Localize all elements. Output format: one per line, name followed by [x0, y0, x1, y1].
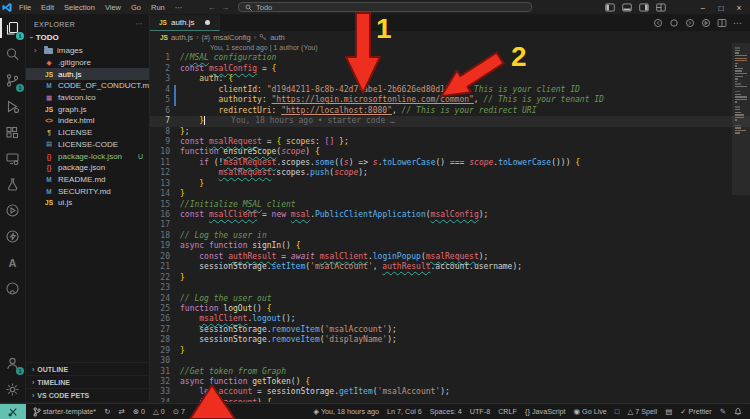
- code-line-8[interactable]: 8};: [150, 127, 750, 137]
- minimap[interactable]: [734, 46, 748, 135]
- activity-testing[interactable]: [0, 171, 25, 197]
- code-line-6[interactable]: 6 redirectUri: "http://localhost:8080", …: [150, 106, 750, 116]
- code-line-11[interactable]: 11 if (!msalRequest.scopes.some((s) => s…: [150, 158, 750, 168]
- restore-button[interactable]: □: [712, 3, 730, 13]
- code-line-29[interactable]: 29}: [150, 346, 750, 356]
- prev-change-icon[interactable]: [653, 18, 663, 28]
- menu-view[interactable]: View: [100, 3, 126, 12]
- tab-auth-js[interactable]: JS auth.js: [150, 15, 220, 31]
- code-line-3[interactable]: 3 auth: {: [150, 74, 750, 84]
- file-item-images[interactable]: ›images: [26, 45, 149, 57]
- file-item-package.json[interactable]: {}package.json: [26, 162, 149, 174]
- status-layers-icon[interactable]: ⇄: [118, 407, 124, 416]
- code-line-34[interactable]: 34 if (!account) {: [150, 398, 750, 402]
- status-box-icon[interactable]: □: [615, 407, 620, 416]
- menu-edit[interactable]: Edit: [36, 3, 59, 12]
- file-item-ui.js[interactable]: JSui.js: [26, 197, 149, 209]
- activity-thunder-client[interactable]: [0, 223, 25, 249]
- code-line-23[interactable]: 23: [150, 283, 750, 293]
- status-bell-icon[interactable]: [734, 407, 742, 416]
- activity-search[interactable]: [0, 41, 25, 67]
- activity-play-circle[interactable]: [0, 197, 25, 223]
- code-line-22[interactable]: 22}: [150, 273, 750, 283]
- status-javascript[interactable]: {}JavaScript: [525, 407, 566, 416]
- activity-github[interactable]: [0, 275, 25, 301]
- status-0[interactable]: △0: [153, 407, 165, 416]
- breadcrumb-property[interactable]: auth: [270, 33, 285, 42]
- code-line-16[interactable]: 16const msalClient = new msal.PublicClie…: [150, 210, 750, 220]
- split-editor-icon[interactable]: [717, 18, 727, 28]
- code-line-5[interactable]: 5 authority: "https://login.microsoftonl…: [150, 95, 750, 105]
- status-preview-icon[interactable]: ▤: [665, 407, 672, 416]
- toggle-panel-icon[interactable]: [622, 3, 632, 12]
- nav-forward-icon[interactable]: →: [221, 0, 229, 15]
- codelens-row[interactable]: You, 1 second ago | 1 author (You): [150, 43, 750, 53]
- change-dot-icon[interactable]: [669, 18, 679, 28]
- file-item-favicon.ico[interactable]: ▦favicon.ico: [26, 92, 149, 104]
- code-line-13[interactable]: 13 }: [150, 179, 750, 189]
- file-item-SECURITY.md[interactable]: MSECURITY.md: [26, 185, 149, 197]
- breadcrumb-symbol[interactable]: msalConfig: [213, 33, 251, 42]
- status-utf-8[interactable]: UTF-8: [470, 407, 490, 416]
- status-sync-icon[interactable]: ↻: [104, 407, 110, 416]
- code-line-12[interactable]: 12 msalRequest.scopes.push(scope);: [150, 168, 750, 178]
- menu-selection[interactable]: Selection: [59, 3, 100, 12]
- activity-source-control[interactable]: 1: [0, 67, 25, 93]
- code-area[interactable]: You, 1 second ago | 1 author (You)1//MSA…: [150, 43, 750, 402]
- code-line-9[interactable]: 9const msalRequest = { scopes: [] };: [150, 137, 750, 147]
- file-item-graph.js[interactable]: JSgraph.js: [26, 103, 149, 115]
- code-line-2[interactable]: 2const msalConfig = {: [150, 64, 750, 74]
- explorer-more-actions-icon[interactable]: ⋯: [136, 20, 143, 28]
- code-line-7[interactable]: 7 }You, 18 hours ago • starter code …: [150, 116, 750, 126]
- section-outline[interactable]: ›OUTLINE: [26, 362, 149, 375]
- code-line-21[interactable]: 21 sessionStorage.setItem('msalAccount',…: [150, 262, 750, 272]
- root-folder-row[interactable]: › TODO: [26, 31, 149, 44]
- status-you-18-hours-ago[interactable]: ◈You, 18 hours ago: [313, 407, 379, 416]
- code-line-10[interactable]: 10function ensureScope(scope) {: [150, 147, 750, 157]
- code-line-26[interactable]: 26 msalClient.logout();: [150, 314, 750, 324]
- status-crlf[interactable]: CRLF: [498, 407, 517, 416]
- code-line-27[interactable]: 27 sessionStorage.removeItem('msalAccoun…: [150, 325, 750, 335]
- command-center-search[interactable]: Todo: [238, 2, 532, 12]
- status-7-spell[interactable]: △7 Spell: [627, 407, 657, 416]
- file-item-CODE_OF_CONDUCT.md[interactable]: MCODE_OF_CONDUCT.md: [26, 80, 149, 92]
- settings-gear-icon[interactable]: [0, 376, 25, 402]
- section-timeline[interactable]: ›TIMELINE: [26, 375, 149, 388]
- run-file-icon[interactable]: [701, 18, 711, 28]
- breadcrumb-file[interactable]: auth.js: [171, 33, 193, 42]
- code-line-33[interactable]: 33 let account = sessionStorage.getItem(…: [150, 387, 750, 397]
- activity-extensions[interactable]: [0, 119, 25, 145]
- code-line-25[interactable]: 25function logOut() {: [150, 304, 750, 314]
- toggle-secondary-sidebar-icon[interactable]: [639, 3, 649, 12]
- code-line-14[interactable]: 14}: [150, 189, 750, 199]
- code-line-1[interactable]: 1//MSAL configuration: [150, 53, 750, 63]
- activity-run-debug[interactable]: [0, 93, 25, 119]
- code-line-24[interactable]: 24// Log the user out: [150, 294, 750, 304]
- next-change-icon[interactable]: [685, 18, 695, 28]
- code-line-19[interactable]: 19async function signIn() {: [150, 241, 750, 251]
- activity-azure[interactable]: A: [0, 249, 25, 275]
- status-ln-7-col-6[interactable]: Ln 7, Col 6: [387, 407, 422, 416]
- code-line-18[interactable]: 18// Log the user in: [150, 231, 750, 241]
- modified-dot-icon[interactable]: [205, 20, 210, 25]
- activity-remote-explorer[interactable]: [0, 145, 25, 171]
- code-line-32[interactable]: 32async function getToken() {: [150, 377, 750, 387]
- activity-explorer[interactable]: 1: [0, 15, 25, 41]
- menu-go[interactable]: Go: [126, 3, 146, 12]
- file-item-LICENSE-CODE[interactable]: ▤LICENSE-CODE: [26, 139, 149, 151]
- status-prettier[interactable]: ✓Prettier: [680, 407, 711, 416]
- code-line-4[interactable]: 4 clientId: "d19d4211-8c8b-42d7-abe1-2b6…: [150, 85, 750, 95]
- close-button[interactable]: ×: [730, 3, 748, 13]
- file-item-.gitignore[interactable]: ◆.gitignore: [26, 57, 149, 69]
- file-item-package-lock.json[interactable]: {}package-lock.jsonU: [26, 150, 149, 162]
- status-0[interactable]: ⊗0: [133, 407, 145, 416]
- status-spaces-4[interactable]: Spaces: 4: [430, 407, 462, 416]
- menu-[interactable]: ⋯: [170, 3, 188, 12]
- toggle-primary-sidebar-icon[interactable]: [605, 3, 615, 12]
- code-line-30[interactable]: 30: [150, 356, 750, 366]
- editor-more-actions-icon[interactable]: ⋯: [733, 18, 742, 28]
- status-pencil-icon[interactable]: ✎: [720, 407, 726, 416]
- activity-accounts[interactable]: 1: [0, 350, 25, 376]
- menu-file[interactable]: File: [14, 3, 36, 12]
- code-line-31[interactable]: 31//Get token from Graph: [150, 367, 750, 377]
